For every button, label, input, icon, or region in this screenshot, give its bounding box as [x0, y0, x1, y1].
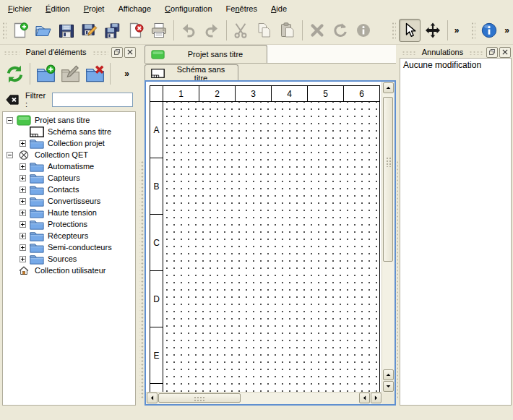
- expander-plus-icon[interactable]: [20, 221, 26, 228]
- undo-list-item[interactable]: Aucune modification: [400, 59, 511, 71]
- expander-plus-icon[interactable]: [20, 233, 26, 239]
- tree-item-protections[interactable]: Protections: [3, 218, 135, 230]
- scroll-up-icon: [385, 85, 392, 91]
- scroll-up-button[interactable]: [383, 82, 394, 93]
- elements-panel-titlebar[interactable]: Panel d'éléments: [0, 45, 138, 59]
- delete-category-button[interactable]: [83, 61, 106, 86]
- rotate-button[interactable]: [329, 19, 351, 42]
- undo-button[interactable]: [178, 19, 199, 42]
- open-folder-icon: [35, 22, 52, 39]
- left-splitter[interactable]: [138, 45, 145, 420]
- undo-panel-titlebar[interactable]: Annulations: [398, 45, 513, 59]
- save-button[interactable]: [56, 19, 77, 42]
- menu-configuration[interactable]: Configuration: [158, 1, 219, 16]
- dock-grip[interactable]: [4, 50, 20, 55]
- scroll-down-button[interactable]: [383, 381, 394, 392]
- tree-item-sources[interactable]: Sources: [3, 253, 135, 265]
- visualisation-mode-button[interactable]: [422, 19, 444, 42]
- new-category-button[interactable]: [34, 61, 57, 86]
- about-button[interactable]: [478, 19, 500, 42]
- menu-projet[interactable]: Projet: [77, 1, 112, 16]
- menu-edition[interactable]: Édition: [39, 1, 77, 16]
- scroll-left-button[interactable]: [359, 393, 370, 403]
- scroll-left-button[interactable]: [147, 393, 158, 403]
- float-panel-button[interactable]: [486, 47, 498, 58]
- close-file-button[interactable]: [125, 19, 147, 42]
- dock-grip[interactable]: [402, 50, 416, 55]
- tree-item-recepteurs[interactable]: Récepteurs: [3, 230, 135, 241]
- tree-item-contacts[interactable]: Contacts: [3, 184, 135, 195]
- tree-item-automatisme[interactable]: Automatisme: [3, 160, 135, 172]
- expander-plus-icon[interactable]: [20, 187, 26, 193]
- horizontal-scrollbar[interactable]: [146, 392, 382, 404]
- tree-item-semi-conducteurs[interactable]: Semi-conducteurs: [3, 241, 135, 253]
- expander-plus-icon[interactable]: [20, 244, 26, 251]
- tree-item-haute-tension[interactable]: Haute tension: [3, 207, 135, 218]
- expander-plus-icon[interactable]: [20, 256, 26, 262]
- vertical-scrollbar-thumb[interactable]: [383, 97, 393, 262]
- rotate-icon: [332, 22, 349, 39]
- file-edit-toolbar: [0, 17, 389, 44]
- edit-category-button[interactable]: [59, 61, 82, 86]
- expander-plus-icon[interactable]: [20, 163, 26, 170]
- toolbar-overflow-button[interactable]: »: [124, 69, 129, 79]
- dock-grip[interactable]: [469, 50, 483, 55]
- scrollbar-corner: [382, 393, 395, 404]
- tree-item-label: Collection utilisateur: [35, 266, 105, 275]
- expander-plus-icon[interactable]: [20, 198, 26, 205]
- toolbar-overflow-button[interactable]: »: [501, 25, 513, 35]
- tab-schema-sans-titre[interactable]: Schéma sans titre: [145, 64, 238, 82]
- open-button[interactable]: [33, 19, 54, 42]
- toolbar-handle[interactable]: [391, 21, 396, 40]
- tree-item-collection-projet[interactable]: Collection projet: [3, 137, 135, 149]
- scroll-up-button[interactable]: [383, 369, 394, 380]
- new-project-button[interactable]: [9, 19, 31, 42]
- toolbar-overflow-button[interactable]: »: [451, 25, 463, 35]
- horizontal-scrollbar-thumb[interactable]: [158, 393, 241, 403]
- vertical-scrollbar[interactable]: [381, 82, 395, 393]
- tree-item-collection-qet[interactable]: Collection QET: [3, 149, 135, 160]
- toolbar-handle[interactable]: [470, 21, 475, 40]
- menu-affichage[interactable]: Affichage: [111, 1, 158, 16]
- new-category-icon: [36, 64, 56, 84]
- schematic-canvas[interactable]: 123456ABCDE: [146, 82, 382, 393]
- clear-filter-icon[interactable]: [5, 93, 20, 106]
- close-panel-button[interactable]: [499, 47, 511, 58]
- print-button[interactable]: [148, 19, 170, 42]
- save-all-button[interactable]: [102, 19, 124, 42]
- tree-item-label: Sources: [48, 254, 77, 263]
- redo-button[interactable]: [201, 19, 223, 42]
- float-panel-button[interactable]: [111, 47, 123, 58]
- menu-fichier[interactable]: Fichier: [1, 1, 39, 16]
- element-info-button[interactable]: [353, 19, 374, 42]
- menu-aide[interactable]: Aide: [264, 1, 294, 16]
- tab-label: Projet sans titre: [170, 50, 261, 59]
- expander-minus-icon[interactable]: [7, 152, 13, 158]
- expander-plus-icon[interactable]: [20, 175, 26, 181]
- filter-input[interactable]: [52, 93, 133, 107]
- tree-item-capteurs[interactable]: Capteurs: [3, 172, 135, 184]
- cut-button[interactable]: [230, 19, 252, 42]
- tree-item-convertisseurs[interactable]: Convertisseurs: [3, 195, 135, 207]
- toolbar-handle[interactable]: [1, 21, 7, 40]
- tree-item-projet-sans-titre[interactable]: Projet sans titre: [3, 114, 135, 126]
- reload-collections-button[interactable]: [3, 61, 26, 86]
- copy-button[interactable]: [254, 19, 275, 42]
- expander-minus-icon[interactable]: [7, 117, 13, 124]
- dock-grip[interactable]: [92, 50, 108, 55]
- close-panel-button[interactable]: [124, 47, 136, 58]
- tab-project-sans-titre[interactable]: Projet sans titre: [145, 45, 267, 63]
- expander-plus-icon[interactable]: [20, 210, 26, 216]
- delete-category-icon: [85, 64, 105, 84]
- save-as-button[interactable]: [79, 19, 100, 42]
- delete-button[interactable]: [306, 19, 328, 42]
- paste-button[interactable]: [277, 19, 298, 42]
- expander-plus-icon[interactable]: [20, 140, 26, 147]
- menu-fenetres[interactable]: Fenêtres: [220, 1, 264, 16]
- main-toolbar: »»: [0, 17, 513, 45]
- schematic-view[interactable]: 123456ABCDE: [145, 80, 396, 406]
- scroll-right-button[interactable]: [371, 393, 381, 403]
- selection-mode-button[interactable]: [399, 19, 421, 42]
- tree-item-collection-utilisateur[interactable]: Collection utilisateur: [3, 265, 135, 276]
- tree-item-schema-sans-titre[interactable]: Schéma sans titre: [3, 126, 135, 137]
